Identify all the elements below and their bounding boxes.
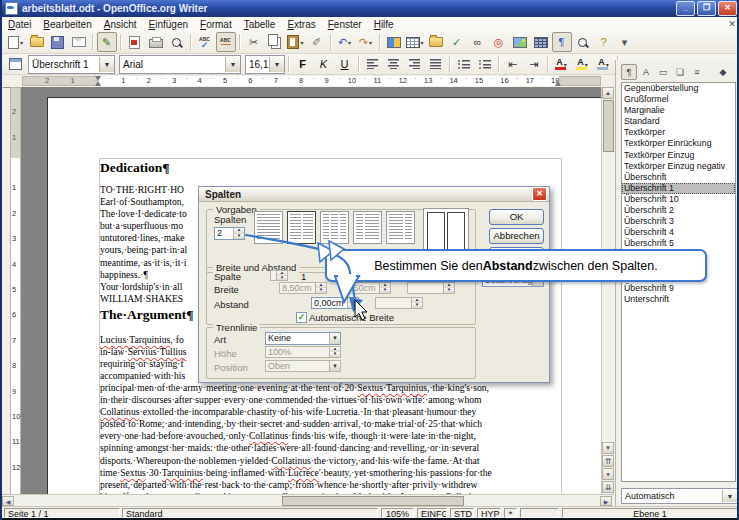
preset-two-icon[interactable]	[287, 211, 316, 244]
document-paragraph[interactable]: principal·men·of·the·army·meeting·one·ev…	[100, 382, 561, 494]
menu-ansicht[interactable]: Ansicht	[98, 19, 143, 30]
new-document-icon[interactable]: ▾	[6, 32, 26, 52]
scroll-right-icon[interactable]: ▶	[600, 496, 612, 506]
style-list-item[interactable]: Überschrift 1	[622, 183, 735, 194]
autoformat-icon[interactable]: ✓	[447, 32, 467, 52]
style-list-item[interactable]: Überschrift	[622, 172, 735, 183]
status-hyperlink-mode[interactable]: HYP	[477, 508, 501, 518]
vertical-scrollbar[interactable]: ▲ ▼ ⇈ ● ⇊	[601, 87, 614, 494]
chevron-down-icon[interactable]: ▼	[225, 57, 240, 72]
ok-button[interactable]: OK	[489, 209, 544, 225]
export-pdf-icon[interactable]	[125, 32, 145, 52]
bold-icon[interactable]: F	[293, 54, 313, 74]
data-sources-icon[interactable]	[531, 32, 551, 52]
new-style-from-selection-icon[interactable]: ✦	[732, 64, 739, 80]
format-paintbrush-icon[interactable]: ✐	[307, 32, 327, 52]
preset-left-icon[interactable]	[353, 211, 382, 244]
columns-count-spinner[interactable]: 2 ▲▼	[214, 227, 245, 240]
font-name-combo[interactable]: Arial▼	[119, 55, 241, 74]
style-list-item[interactable]: Überschrift 3	[622, 216, 735, 227]
paragraph-style-combo[interactable]: Überschrift 1▼	[28, 55, 115, 74]
navigation-icon[interactable]: ●	[602, 468, 614, 480]
indent-marker[interactable]	[95, 81, 101, 86]
status-insert-mode[interactable]: EINFG	[417, 508, 447, 518]
page-preview-icon[interactable]	[167, 32, 187, 52]
numbered-list-icon[interactable]	[454, 54, 474, 74]
chevron-down-icon[interactable]: ▼	[722, 490, 737, 502]
document-line[interactable]: principal·men·of·the·army·meeting·one·ev…	[100, 382, 561, 394]
align-center-icon[interactable]	[384, 54, 404, 74]
previous-page-icon[interactable]: ⇈	[602, 455, 614, 467]
chevron-down-icon[interactable]: ▾	[300, 39, 303, 46]
status-page-style[interactable]: Standard	[122, 508, 378, 518]
edit-file-icon[interactable]: ✎	[97, 32, 117, 52]
chevron-down-icon[interactable]: ▾	[421, 39, 424, 46]
chevron-down-icon[interactable]: ▾	[348, 39, 351, 46]
underline-icon[interactable]: U	[335, 54, 355, 74]
style-list-item[interactable]: Überschrift 2	[622, 205, 735, 216]
table-icon[interactable]: ▾	[405, 32, 425, 52]
next-page-icon[interactable]: ⇊	[602, 481, 614, 493]
style-list-item[interactable]: Standard	[622, 116, 735, 127]
spacing-field-1[interactable]: 0,00cm▲▼	[311, 297, 359, 309]
minimize-button[interactable]: _	[676, 1, 695, 16]
paste-icon[interactable]: ▾	[286, 32, 306, 52]
cancel-button[interactable]: Abbrechen	[489, 228, 544, 244]
paragraph-styles-icon[interactable]: ¶	[621, 64, 637, 80]
scrollbar-thumb[interactable]	[282, 496, 464, 506]
character-styles-icon[interactable]: A	[638, 64, 654, 80]
menu-format[interactable]: Format	[194, 19, 238, 30]
gallery-icon[interactable]	[510, 32, 530, 52]
styles-window-icon[interactable]	[6, 54, 26, 74]
save-icon[interactable]	[48, 32, 68, 52]
chevron-down-icon[interactable]: ▼	[329, 333, 340, 344]
preset-right-icon[interactable]	[386, 211, 415, 244]
page-styles-icon[interactable]: ❏	[672, 64, 688, 80]
hyperlink-icon[interactable]	[384, 32, 404, 52]
dialog-close-icon[interactable]: ✕	[532, 187, 547, 201]
right-indent-marker[interactable]	[555, 81, 561, 86]
horizontal-scrollbar[interactable]: ◀ ▶	[2, 494, 614, 506]
line-type-combo[interactable]: Keine▼	[265, 332, 341, 345]
find-replace-icon[interactable]: ∞	[468, 32, 488, 52]
menu-bearbeiten[interactable]: Bearbeiten	[37, 19, 97, 30]
font-size-combo[interactable]: 16,1▼	[245, 55, 285, 74]
chevron-down-icon[interactable]: ▾	[20, 39, 23, 46]
dialog-title-bar[interactable]: Spalten ✕	[199, 187, 549, 202]
spellcheck-icon[interactable]: ABC✓	[195, 32, 215, 52]
chevron-down-icon[interactable]: ▼	[99, 57, 114, 72]
style-list-item[interactable]: Überschrift 10	[622, 194, 735, 205]
chevron-down-icon[interactable]: ▼	[269, 57, 284, 72]
auto-width-checkbox[interactable]: ✓	[296, 312, 307, 323]
style-list-item[interactable]: Grußformel	[622, 94, 735, 105]
close-button[interactable]: ✕	[718, 1, 737, 16]
style-list-item[interactable]: Überschrift 9	[622, 283, 735, 294]
font-color-icon[interactable]: A▾	[552, 54, 572, 74]
status-selection-mode[interactable]: STD	[450, 508, 474, 518]
align-right-icon[interactable]	[405, 54, 425, 74]
redo-icon[interactable]: ↷▾	[356, 32, 376, 52]
menu-datei[interactable]: Datei	[2, 19, 37, 30]
scroll-up-icon[interactable]: ▲	[602, 87, 614, 99]
italic-icon[interactable]: K	[314, 54, 334, 74]
open-icon[interactable]	[27, 32, 47, 52]
status-zoom[interactable]: 105%	[381, 508, 414, 518]
menu-einfgen[interactable]: Einfügen	[143, 19, 194, 30]
document-heading[interactable]: The·Argument¶	[100, 307, 194, 323]
style-list-item[interactable]: Textkörper	[622, 127, 735, 138]
scrollbar-thumb[interactable]	[603, 100, 614, 152]
style-list-item[interactable]: Textkörper Einzug negativ	[622, 161, 735, 172]
menu-tabelle[interactable]: Tabelle	[238, 19, 282, 30]
close-document-icon[interactable]: ✕	[728, 19, 736, 29]
preset-three-icon[interactable]	[320, 211, 349, 244]
zoom-icon[interactable]	[573, 32, 593, 52]
style-list-item[interactable]: Gegenüberstellung	[622, 83, 735, 94]
document-heading[interactable]: Dedication¶	[100, 160, 170, 176]
draw-functions-icon[interactable]	[426, 32, 446, 52]
help-icon[interactable]: ?	[594, 32, 614, 52]
scroll-left-icon[interactable]: ◀	[2, 496, 14, 506]
status-page[interactable]: Seite 1 / 1	[4, 508, 120, 518]
toolbar-options-icon[interactable]: ▾	[615, 32, 635, 52]
menu-fenster[interactable]: Fenster	[322, 19, 368, 30]
menu-extras[interactable]: Extras	[281, 19, 321, 30]
